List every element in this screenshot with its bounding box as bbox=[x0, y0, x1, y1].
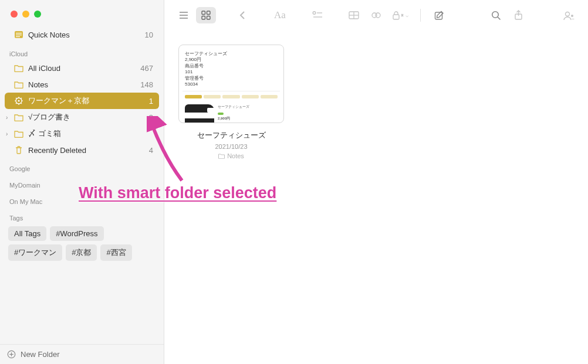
tag-kyoto[interactable]: #京都 bbox=[66, 244, 97, 261]
sidebar-item-quick-notes[interactable]: Quick Notes 10 bbox=[0, 26, 164, 43]
svg-point-34 bbox=[492, 11, 498, 18]
toolbar-separator bbox=[420, 9, 421, 22]
svg-rect-32 bbox=[393, 15, 399, 19]
checklist-button[interactable] bbox=[307, 7, 327, 23]
svg-point-31 bbox=[376, 13, 380, 18]
sidebar-item-smart-folder[interactable]: ワークマン＋京都 1 bbox=[5, 93, 159, 109]
sidebar: Quick Notes 10 iCloud All iCloud 467 Not… bbox=[0, 0, 164, 364]
lock-button[interactable]: ⌵ bbox=[388, 7, 412, 23]
toolbar: Aa ⌵ bbox=[164, 0, 588, 30]
minimize-window-button[interactable] bbox=[22, 11, 29, 18]
note-date: 2021/10/23 bbox=[178, 143, 284, 150]
section-header-tags[interactable]: Tags bbox=[0, 207, 164, 224]
share-button[interactable] bbox=[508, 7, 528, 23]
note-folder-label: Notes bbox=[227, 152, 244, 159]
sidebar-item-count: 148 bbox=[140, 80, 157, 89]
sidebar-item-label: 〆 ゴミ箱 bbox=[28, 128, 153, 139]
sidebar-item-count: 467 bbox=[140, 64, 157, 73]
shoe-image bbox=[185, 104, 214, 123]
tag-workman[interactable]: #ワークマン bbox=[8, 244, 62, 261]
sidebar-item-trash-folder[interactable]: › 〆 ゴミ箱 bbox=[0, 125, 164, 142]
sidebar-item-count: 3 bbox=[149, 113, 157, 122]
note-title: セーフティシューズ bbox=[178, 130, 284, 141]
svg-rect-22 bbox=[202, 16, 205, 20]
trash-icon bbox=[14, 145, 23, 155]
compose-button[interactable] bbox=[429, 7, 449, 23]
svg-line-12 bbox=[16, 103, 17, 104]
svg-line-10 bbox=[16, 98, 17, 99]
sidebar-item-count: 10 bbox=[145, 30, 157, 39]
svg-rect-2 bbox=[16, 35, 22, 35]
svg-rect-3 bbox=[16, 36, 20, 37]
thumb-text: セーフティシューズ bbox=[218, 104, 249, 109]
svg-rect-1 bbox=[16, 33, 22, 33]
svg-point-24 bbox=[313, 12, 316, 15]
folder-icon bbox=[14, 80, 23, 89]
notes-grid: セーフティシューズ 2,900円 商品番号 101 管理番号 53034 セーフ… bbox=[164, 30, 588, 364]
svg-point-39 bbox=[571, 15, 573, 17]
chevron-right-icon[interactable]: › bbox=[6, 114, 12, 121]
sidebar-item-count: 1 bbox=[149, 97, 157, 106]
sidebar-item-recently-deleted[interactable]: Recently Deleted 4 bbox=[0, 142, 164, 158]
folder-icon bbox=[14, 63, 23, 73]
sidebar-item-label: Quick Notes bbox=[28, 30, 145, 39]
format-text-button[interactable]: Aa bbox=[269, 7, 291, 23]
section-header-icloud[interactable]: iCloud bbox=[0, 43, 164, 60]
sidebar-item-label: Recently Deleted bbox=[28, 146, 149, 155]
window-controls bbox=[0, 0, 164, 26]
thumb-text: 管理番号 bbox=[185, 76, 278, 81]
sidebar-item-label: Notes bbox=[28, 80, 140, 89]
maximize-window-button[interactable] bbox=[34, 11, 41, 18]
link-button[interactable] bbox=[366, 7, 386, 23]
section-header-google[interactable]: Google bbox=[0, 158, 164, 175]
new-folder-button[interactable]: New Folder bbox=[0, 344, 164, 364]
svg-point-5 bbox=[18, 100, 19, 101]
sidebar-item-label: √ブログ書き bbox=[28, 112, 149, 123]
view-grid-button[interactable] bbox=[196, 7, 216, 23]
plus-circle-icon bbox=[7, 350, 16, 359]
tags-container: All Tags #WordPress #ワークマン #京都 #西宮 bbox=[0, 224, 164, 263]
note-card[interactable]: セーフティシューズ 2,900円 商品番号 101 管理番号 53034 セーフ… bbox=[178, 45, 284, 159]
sidebar-item-blog[interactable]: › √ブログ書き 3 bbox=[0, 109, 164, 125]
quick-notes-icon bbox=[14, 30, 23, 39]
tag-wordpress[interactable]: #WordPress bbox=[50, 226, 103, 241]
folder-icon bbox=[14, 129, 23, 138]
svg-line-11 bbox=[21, 103, 22, 104]
tag-all[interactable]: All Tags bbox=[8, 226, 46, 241]
sidebar-item-all-icloud[interactable]: All iCloud 467 bbox=[0, 60, 164, 76]
sidebar-item-label: ワークマン＋京都 bbox=[28, 96, 149, 106]
view-list-button[interactable] bbox=[174, 7, 194, 23]
main-area: Aa ⌵ bbox=[164, 0, 588, 364]
sidebar-item-notes[interactable]: Notes 148 bbox=[0, 76, 164, 93]
thumb-text: 商品番号 bbox=[185, 63, 278, 69]
svg-rect-20 bbox=[202, 11, 205, 15]
folder-icon bbox=[14, 113, 23, 122]
svg-line-35 bbox=[498, 17, 501, 20]
table-button[interactable] bbox=[344, 7, 364, 23]
gear-icon bbox=[14, 96, 23, 106]
collaborate-button[interactable] bbox=[559, 7, 579, 23]
thumb-text: セーフティシューズ bbox=[185, 51, 278, 57]
close-window-button[interactable] bbox=[11, 11, 18, 18]
tag-nishinomiya[interactable]: #西宮 bbox=[100, 244, 131, 261]
svg-line-13 bbox=[21, 98, 22, 99]
sidebar-item-label: All iCloud bbox=[28, 64, 140, 73]
svg-point-38 bbox=[566, 12, 570, 16]
thumb-text: 53034 bbox=[185, 81, 278, 87]
back-button[interactable] bbox=[232, 7, 252, 23]
chevron-right-icon[interactable]: › bbox=[6, 131, 12, 137]
section-header-mydomain[interactable]: MyDomain bbox=[0, 175, 164, 191]
sidebar-item-count: 4 bbox=[149, 146, 157, 155]
thumb-text: 2,900円 bbox=[185, 57, 278, 63]
svg-rect-23 bbox=[207, 16, 211, 20]
note-thumbnail: セーフティシューズ 2,900円 商品番号 101 管理番号 53034 セーフ… bbox=[178, 45, 284, 123]
folder-icon bbox=[218, 153, 225, 159]
section-header-onmymac[interactable]: On My Mac bbox=[0, 191, 164, 207]
thumb-text: 2,900円 bbox=[218, 116, 249, 121]
search-button[interactable] bbox=[486, 7, 506, 23]
note-folder: Notes bbox=[178, 152, 284, 159]
new-folder-label: New Folder bbox=[21, 350, 59, 359]
thumb-text: 101 bbox=[185, 69, 278, 75]
svg-rect-33 bbox=[435, 12, 442, 19]
svg-rect-21 bbox=[207, 11, 211, 15]
